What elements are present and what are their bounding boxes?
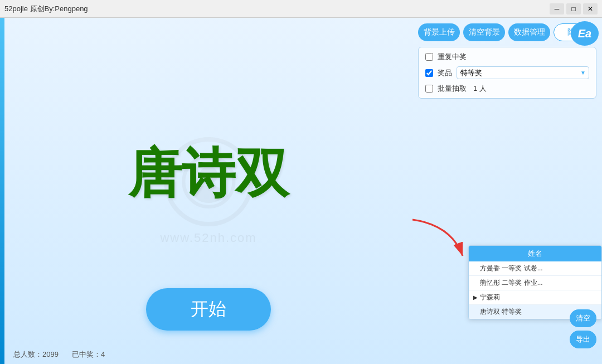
main-area: www.52nh.com 唐诗双 开始 总人数：2099 已中奖：4 Ea 背景… bbox=[0, 18, 602, 364]
drawn-count-label: 已中奖：4 bbox=[72, 350, 105, 360]
start-button[interactable]: 开始 bbox=[146, 288, 271, 331]
batch-label: 批量抽取 bbox=[438, 84, 467, 94]
results-table: 姓名 方曼香 一等奖 试卷... 熊忆彤 二等奖 作业... ▶ 宁森莉 唐诗双… bbox=[468, 245, 602, 319]
clear-bg-button[interactable]: 清空背景 bbox=[463, 23, 505, 41]
winner-name-display: 唐诗双 bbox=[128, 138, 289, 211]
row-arrow: ▶ bbox=[473, 294, 480, 300]
manage-data-button[interactable]: 数据管理 bbox=[508, 23, 550, 41]
close-button[interactable]: ✕ bbox=[583, 3, 598, 14]
row-text: 宁森莉 bbox=[480, 293, 597, 302]
table-row: ▶ 宁森莉 bbox=[469, 290, 601, 305]
bottom-stats: 总人数：2099 已中奖：4 bbox=[13, 350, 105, 360]
upload-bg-button[interactable]: 背景上传 bbox=[418, 23, 460, 41]
minimize-button[interactable]: ─ bbox=[550, 3, 564, 14]
prize-checkbox[interactable] bbox=[425, 69, 433, 77]
batch-option-row: 批量抽取 1 人 bbox=[425, 84, 589, 94]
right-panel: Ea 背景上传 清空背景 数据管理 隐藏 重复中奖 奖品 特等奖 一等奖 二 bbox=[412, 18, 602, 364]
app-title: 52pojie 原创By:Pengpeng bbox=[4, 4, 88, 14]
batch-checkbox[interactable] bbox=[425, 85, 433, 93]
batch-count: 1 人 bbox=[473, 84, 487, 94]
prize-select-wrapper: 特等奖 一等奖 二等奖 三等奖 ▼ bbox=[457, 66, 589, 79]
clear-results-button[interactable]: 清空 bbox=[570, 309, 596, 327]
arrow-annotation bbox=[407, 214, 468, 266]
table-row: 熊忆彤 二等奖 作业... bbox=[469, 276, 601, 290]
prize-option-row: 奖品 特等奖 一等奖 二等奖 三等奖 ▼ bbox=[425, 66, 589, 79]
options-area: 重复中奖 奖品 特等奖 一等奖 二等奖 三等奖 ▼ 批量抽取 1 bbox=[418, 47, 596, 99]
repeat-option-row: 重复中奖 bbox=[425, 52, 589, 62]
bottom-actions: 清空 导出 bbox=[570, 309, 596, 348]
maximize-button[interactable]: □ bbox=[566, 3, 581, 14]
row-text: 熊忆彤 二等奖 作业... bbox=[480, 278, 597, 288]
results-table-header: 姓名 bbox=[469, 246, 601, 261]
prize-select[interactable]: 特等奖 一等奖 二等奖 三等奖 bbox=[457, 66, 589, 79]
ea-badge: Ea bbox=[571, 21, 599, 46]
top-buttons-row: 背景上传 清空背景 数据管理 隐藏 bbox=[418, 23, 596, 41]
table-row: 方曼香 一等奖 试卷... bbox=[469, 261, 601, 276]
export-button[interactable]: 导出 bbox=[570, 331, 596, 348]
repeat-checkbox[interactable] bbox=[425, 53, 433, 61]
watermark-text: www.52nh.com bbox=[160, 231, 256, 245]
title-bar: 52pojie 原创By:Pengpeng ─ □ ✕ bbox=[0, 0, 602, 18]
prize-label: 奖品 bbox=[438, 68, 452, 78]
row-text: 方曼香 一等奖 试卷... bbox=[480, 264, 597, 273]
left-accent-bar bbox=[0, 18, 4, 364]
center-area: www.52nh.com 唐诗双 开始 总人数：2099 已中奖：4 bbox=[4, 18, 412, 364]
repeat-label: 重复中奖 bbox=[438, 52, 467, 62]
window-controls: ─ □ ✕ bbox=[550, 3, 598, 14]
total-count-label: 总人数：2099 bbox=[13, 350, 59, 360]
